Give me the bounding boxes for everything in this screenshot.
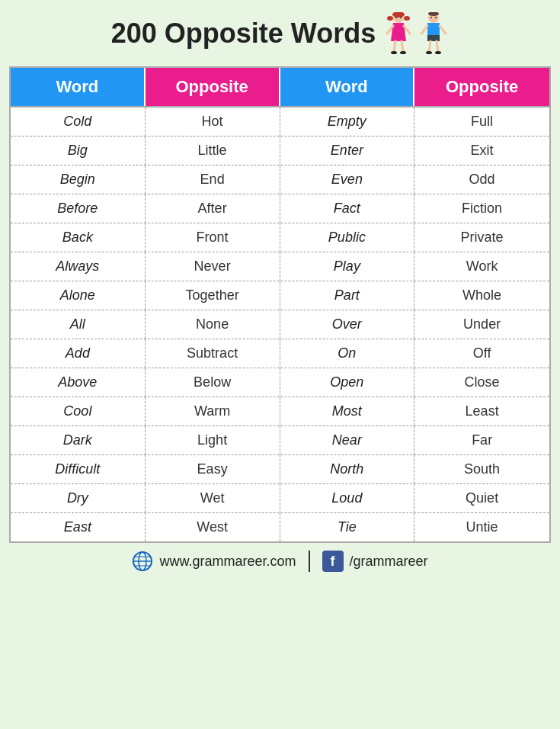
- table-row: AloneTogetherPartWhole: [11, 281, 549, 310]
- table-row: AlwaysNeverPlayWork: [11, 252, 549, 281]
- cell-5-1: Never: [146, 252, 280, 281]
- table-row: AddSubtractOnOff: [11, 339, 549, 368]
- footer-social: f /grammareer: [310, 551, 428, 572]
- cell-11-3: Far: [414, 426, 549, 454]
- svg-line-8: [402, 41, 403, 52]
- cell-12-3: South: [414, 455, 549, 483]
- cell-14-0: East: [11, 513, 146, 541]
- cell-8-0: Add: [11, 339, 146, 368]
- svg-point-21: [426, 51, 432, 54]
- cell-2-1: End: [146, 165, 280, 194]
- cell-8-1: Subtract: [146, 339, 280, 368]
- cell-2-3: Odd: [414, 165, 549, 194]
- cell-14-1: West: [146, 513, 280, 541]
- cell-6-2: Part: [280, 281, 415, 310]
- svg-point-23: [430, 17, 432, 18]
- table-row: DifficultEasyNorthSouth: [11, 454, 549, 483]
- svg-rect-16: [427, 35, 440, 41]
- svg-line-18: [440, 26, 446, 34]
- website-text: www.grammareer.com: [159, 554, 296, 570]
- svg-rect-15: [427, 23, 440, 35]
- svg-point-10: [400, 51, 406, 54]
- svg-line-20: [437, 41, 438, 52]
- cell-7-0: All: [11, 310, 146, 339]
- table-row: CoolWarmMostLeast: [11, 397, 549, 426]
- cell-6-3: Whole: [414, 281, 549, 310]
- cell-3-3: Fiction: [414, 194, 549, 223]
- cell-10-0: Cool: [11, 397, 146, 426]
- cell-4-3: Private: [414, 223, 549, 252]
- cell-12-1: Easy: [146, 455, 280, 483]
- cell-10-3: Least: [414, 397, 549, 426]
- cell-9-0: Above: [11, 368, 146, 397]
- cell-11-0: Dark: [11, 426, 146, 454]
- title-row: 200 Opposite Words: [9, 8, 551, 59]
- table-row: DryWetLoudQuiet: [11, 483, 549, 512]
- figures: [383, 12, 449, 54]
- footer-website: www.grammareer.com: [132, 551, 309, 572]
- fb-label: f: [331, 554, 335, 570]
- cell-0-0: Cold: [11, 108, 146, 136]
- cell-1-3: Exit: [414, 136, 549, 165]
- cell-1-2: Enter: [280, 136, 415, 165]
- cell-3-0: Before: [11, 194, 146, 223]
- cell-11-1: Light: [146, 426, 280, 454]
- cell-5-0: Always: [11, 252, 146, 281]
- table-row: BackFrontPublicPrivate: [11, 223, 549, 252]
- table-header: Word Opposite Word Opposite: [11, 68, 549, 106]
- cell-0-2: Empty: [280, 108, 415, 136]
- svg-point-12: [400, 17, 402, 18]
- table-row: BeginEndEvenOdd: [11, 165, 549, 194]
- globe-icon: [132, 551, 153, 572]
- cell-9-3: Close: [414, 368, 549, 397]
- cell-5-2: Play: [280, 252, 415, 281]
- cell-3-2: Fact: [280, 194, 415, 223]
- table-row: EastWestTieUntie: [11, 512, 549, 541]
- header-opposite-1: Opposite: [146, 68, 280, 106]
- cell-13-1: Wet: [146, 484, 280, 512]
- cell-0-3: Full: [414, 108, 549, 136]
- header-opposite-2: Opposite: [414, 68, 549, 106]
- cell-1-1: Little: [146, 136, 280, 165]
- svg-point-22: [435, 51, 441, 54]
- header-word-2: Word: [280, 68, 415, 106]
- cell-4-0: Back: [11, 223, 146, 252]
- cell-2-2: Even: [280, 165, 415, 194]
- cell-13-2: Loud: [280, 484, 415, 512]
- svg-point-11: [395, 17, 397, 18]
- header-word-1: Word: [11, 68, 146, 106]
- table-body: ColdHotEmptyFullBigLittleEnterExitBeginE…: [11, 106, 549, 541]
- page-wrapper: 200 Opposite Words: [0, 0, 560, 584]
- social-text: /grammareer: [350, 554, 428, 570]
- cell-12-0: Difficult: [11, 455, 146, 483]
- cell-11-2: Near: [280, 426, 415, 454]
- cell-9-2: Open: [280, 368, 415, 397]
- table-row: AllNoneOverUnder: [11, 310, 549, 339]
- boy-figure-icon: [418, 12, 449, 54]
- table-row: AboveBelowOpenClose: [11, 368, 549, 397]
- svg-point-9: [391, 51, 397, 54]
- cell-1-0: Big: [11, 136, 146, 165]
- table-row: ColdHotEmptyFull: [11, 106, 549, 136]
- svg-point-3: [404, 16, 410, 21]
- cell-12-2: North: [280, 455, 415, 483]
- cell-7-1: None: [146, 310, 280, 339]
- cell-6-1: Together: [146, 281, 280, 310]
- cell-5-3: Work: [414, 252, 549, 281]
- facebook-icon: f: [322, 551, 344, 572]
- cell-14-2: Tie: [280, 513, 415, 541]
- footer: www.grammareer.com f /grammareer: [9, 543, 551, 576]
- svg-point-2: [387, 16, 393, 21]
- cell-13-0: Dry: [11, 484, 146, 512]
- cell-14-3: Untie: [414, 513, 549, 541]
- cell-7-2: Over: [280, 310, 415, 339]
- cell-8-3: Off: [414, 339, 549, 368]
- cell-10-2: Most: [280, 397, 415, 426]
- page-title: 200 Opposite Words: [111, 18, 376, 50]
- girl-figure-icon: [383, 12, 414, 54]
- cell-4-1: Front: [146, 223, 280, 252]
- cell-3-1: After: [146, 194, 280, 223]
- cell-13-3: Quiet: [414, 484, 549, 512]
- cell-2-0: Begin: [11, 165, 146, 194]
- svg-line-19: [429, 41, 430, 52]
